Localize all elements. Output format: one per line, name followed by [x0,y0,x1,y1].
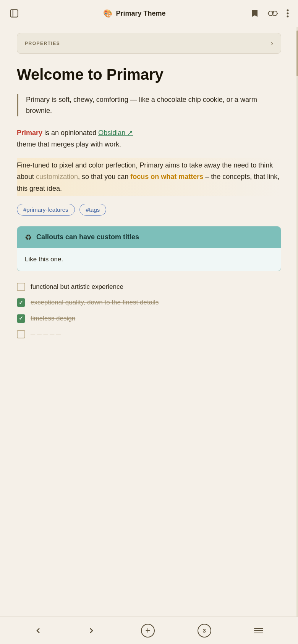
tag-primary-features[interactable]: #primary-features [17,204,75,216]
checkbox-3[interactable] [17,314,25,323]
header: 🎨 Primary Theme [0,0,298,27]
scrollbar-thumb[interactable] [296,31,298,76]
check-item-2: exceptional quality, down to the finest … [17,298,281,308]
menu-button[interactable] [251,624,267,638]
highlighted-paragraph: Fine-tuned to pixel and color perfection… [17,158,281,196]
tags-row: #primary-features #tags [17,204,281,216]
bottom-nav: + 3 [0,617,298,644]
properties-bar[interactable]: PROPERTIES › [17,33,281,54]
reading-mode-button[interactable] [266,8,280,19]
scrollbar[interactable] [296,0,298,644]
more-options-button[interactable] [285,7,290,19]
properties-label: PROPERTIES [25,41,60,46]
page-number: 3 [202,627,206,634]
callout-header: ♻ Callouts can have custom titles [17,227,281,248]
primary-label: Primary [17,129,42,137]
intro-rest: theme that merges play with work. [17,140,121,148]
main-content: PROPERTIES › Welcome to Primary Primary … [0,27,298,377]
properties-chevron-icon: › [271,39,273,47]
check-item-1: functional but artistic experience [17,282,281,292]
tag-tags[interactable]: #tags [79,204,107,216]
obsidian-link[interactable]: Obsidian ↗ [98,129,133,137]
check-label-3: timeless design [31,314,75,324]
svg-point-9 [287,16,289,18]
customization-text: customization [36,173,78,180]
blockquote-text: Primary is soft, chewy, comforting — lik… [26,94,281,116]
page-title-header: Primary Theme [116,10,165,18]
intro-is: is an opinionated [42,129,98,137]
check-item-4: ─ ─ ─ ─ ─ [17,329,281,339]
callout-body: Like this one. [17,248,281,271]
check-label-2: exceptional quality, down to the finest … [31,298,159,308]
checkbox-4[interactable] [17,330,25,338]
svg-point-7 [287,10,289,11]
checkbox-2[interactable] [17,298,25,307]
callout-block: ♻ Callouts can have custom titles Like t… [17,226,281,271]
svg-point-8 [287,13,289,14]
toggle-sidebar-button[interactable] [8,7,21,20]
callout-body-text: Like this one. [25,256,273,263]
header-left [8,7,21,20]
highlighted-text-2: , so that you can [78,173,130,180]
page-emoji: 🎨 [103,9,113,18]
intro-paragraph: Primary is an opinionated Obsidian ↗ the… [17,127,281,150]
check-item-3: timeless design [17,314,281,324]
svg-rect-0 [10,10,18,17]
focus-text: focus on what matters [130,173,203,180]
add-button[interactable]: + [138,621,158,641]
header-center: 🎨 Primary Theme [103,9,165,18]
checkbox-1[interactable] [17,283,25,291]
page-number-badge[interactable]: 3 [198,624,211,638]
back-button[interactable] [31,624,45,638]
blockquote: Primary is soft, chewy, comforting — lik… [17,94,281,116]
callout-title: Callouts can have custom titles [36,233,139,241]
header-right [248,7,290,19]
check-label-4: ─ ─ ─ ─ ─ [31,329,61,339]
check-label-1: functional but artistic experience [31,282,123,292]
bookmark-button[interactable] [248,7,261,19]
page-title: Welcome to Primary [17,65,281,84]
checklist: functional but artistic experience excep… [17,282,281,339]
callout-icon: ♻ [25,233,32,242]
forward-button[interactable] [84,624,98,638]
